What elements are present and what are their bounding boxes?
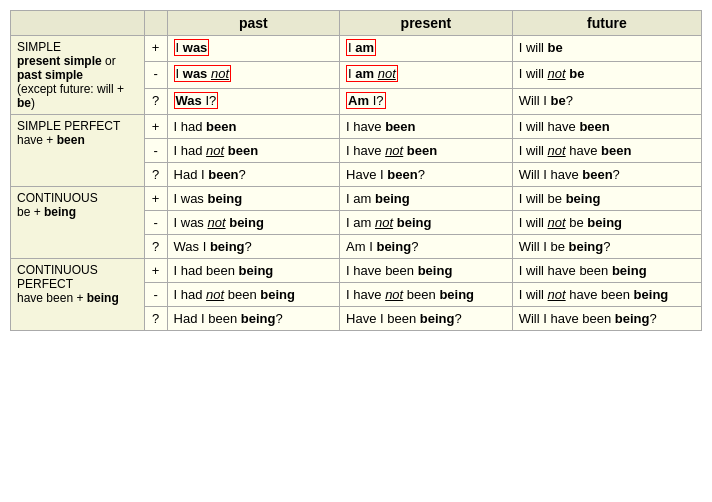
category-cell-0: SIMPLEpresent simple or past simple(exce…	[11, 36, 145, 115]
sign-cell: ?	[144, 307, 167, 331]
header-past: past	[167, 11, 340, 36]
past-cell: Had I been?	[167, 163, 340, 187]
present-cell: Have I been?	[340, 163, 513, 187]
sign-cell: +	[144, 187, 167, 211]
past-cell: Was I being?	[167, 235, 340, 259]
sign-cell: +	[144, 115, 167, 139]
past-cell: I was	[167, 36, 340, 62]
past-cell: I was not	[167, 62, 340, 88]
future-cell: Will I be being?	[512, 235, 701, 259]
past-cell: Was I?	[167, 88, 340, 114]
future-cell: I will be	[512, 36, 701, 62]
past-cell: I was being	[167, 187, 340, 211]
category-cell-2: CONTINUOUSbe + being	[11, 187, 145, 259]
future-cell: I will not have been being	[512, 283, 701, 307]
present-cell: Am I?	[340, 88, 513, 114]
header-future: future	[512, 11, 701, 36]
sign-cell: -	[144, 211, 167, 235]
future-cell: I will not be being	[512, 211, 701, 235]
past-cell: I had not been being	[167, 283, 340, 307]
future-cell: Will I have been being?	[512, 307, 701, 331]
past-cell: I had not been	[167, 139, 340, 163]
past-cell: Had I been being?	[167, 307, 340, 331]
grammar-table: past present future SIMPLEpresent simple…	[10, 10, 702, 331]
present-cell: Am I being?	[340, 235, 513, 259]
category-cell-3: CONTINUOUS PERFECThave been + being	[11, 259, 145, 331]
future-cell: I will not have been	[512, 139, 701, 163]
header-sign	[144, 11, 167, 36]
present-cell: I am	[340, 36, 513, 62]
sign-cell: ?	[144, 163, 167, 187]
future-cell: I will be being	[512, 187, 701, 211]
past-cell: I had been	[167, 115, 340, 139]
sign-cell: +	[144, 36, 167, 62]
present-cell: I am being	[340, 187, 513, 211]
future-cell: I will not be	[512, 62, 701, 88]
sign-cell: ?	[144, 88, 167, 114]
sign-cell: -	[144, 62, 167, 88]
present-cell: I have not been	[340, 139, 513, 163]
future-cell: Will I have been?	[512, 163, 701, 187]
header-present: present	[340, 11, 513, 36]
past-cell: I was not being	[167, 211, 340, 235]
sign-cell: +	[144, 259, 167, 283]
present-cell: I have been being	[340, 259, 513, 283]
present-cell: I am not	[340, 62, 513, 88]
past-cell: I had been being	[167, 259, 340, 283]
sign-cell: -	[144, 283, 167, 307]
future-cell: Will I be?	[512, 88, 701, 114]
sign-cell: ?	[144, 235, 167, 259]
present-cell: I have not been being	[340, 283, 513, 307]
present-cell: I am not being	[340, 211, 513, 235]
present-cell: Have I been being?	[340, 307, 513, 331]
header-category	[11, 11, 145, 36]
future-cell: I will have been	[512, 115, 701, 139]
category-cell-1: SIMPLE PERFECThave + been	[11, 115, 145, 187]
present-cell: I have been	[340, 115, 513, 139]
sign-cell: -	[144, 139, 167, 163]
future-cell: I will have been being	[512, 259, 701, 283]
